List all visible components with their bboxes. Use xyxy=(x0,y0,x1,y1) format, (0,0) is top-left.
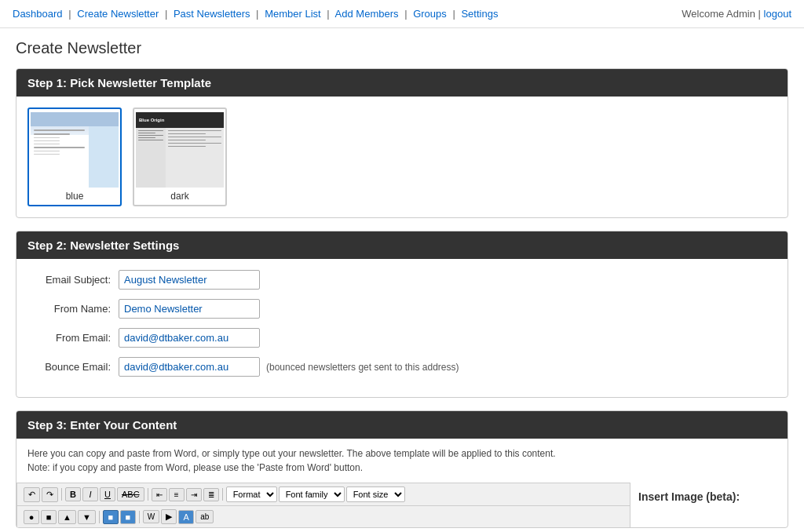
align-right-button[interactable]: ⇥ xyxy=(186,488,202,501)
template-blue-inner xyxy=(31,112,119,188)
nav-dashboard[interactable]: Dashboard xyxy=(13,8,63,20)
italic-button[interactable]: I xyxy=(82,487,98,501)
step2-block: Step 2: Newsletter Settings Email Subjec… xyxy=(16,231,788,398)
page-title: Create Newsletter xyxy=(16,39,788,57)
tpl-dark-header: Blue Origin xyxy=(136,112,224,128)
top-bar: Dashboard | Create Newsletter | Past New… xyxy=(0,0,804,28)
dm-line-3 xyxy=(168,137,221,137)
step3-note: Here you can copy and paste from Word, o… xyxy=(16,439,788,483)
toolbar-sep-4 xyxy=(99,511,100,523)
toolbar-btn-ab[interactable]: ab xyxy=(196,510,214,523)
step2-header: Step 2: Newsletter Settings xyxy=(16,231,788,259)
tpl-dark-title: Blue Origin xyxy=(139,118,164,122)
strikethrough-button[interactable]: ABC xyxy=(117,487,144,501)
toolbar-btn-1[interactable]: ● xyxy=(24,510,39,524)
settings-form: Email Subject: From Name: From Email: Bo… xyxy=(16,259,788,397)
font-size-select[interactable]: Font size xyxy=(346,486,405,502)
nav-sep-4: | xyxy=(327,8,329,20)
align-left-button[interactable]: ⇤ xyxy=(152,488,167,501)
editor-toolbar-row2: ● ■ ▲ ▼ ■ ■ W ▶ A ab xyxy=(16,505,630,527)
tpl-line-5 xyxy=(34,144,60,144)
tpl-line-6 xyxy=(34,147,85,148)
font-family-select[interactable]: Font family xyxy=(279,486,345,502)
d-line-4 xyxy=(138,137,155,138)
nav-sep-5: | xyxy=(404,8,407,20)
from-email-row: From Email: xyxy=(32,328,772,348)
template-blue-label: blue xyxy=(66,191,84,202)
nav-member-list[interactable]: Member List xyxy=(265,8,321,20)
nav-add-members[interactable]: Add Members xyxy=(335,8,399,20)
bounce-email-label: Bounce Email: xyxy=(32,361,119,373)
step3-note-line1: Here you can copy and paste from Word, o… xyxy=(27,446,777,461)
tpl-dark-sidebar-col xyxy=(136,128,166,188)
d-line-2 xyxy=(138,133,155,133)
d-line-3 xyxy=(138,135,163,136)
dm-line-2 xyxy=(168,133,206,134)
toolbar-sep-2 xyxy=(148,488,148,501)
tpl-line-7 xyxy=(34,151,60,151)
dm-line-5 xyxy=(168,143,221,144)
nav-create-newsletter[interactable]: Create Newsletter xyxy=(77,8,159,20)
from-name-label: From Name: xyxy=(32,303,119,315)
nav-sep-1: | xyxy=(68,8,71,20)
step1-block: Step 1: Pick Newsletter Template xyxy=(16,68,788,218)
welcome-area: Welcome Admin | logout xyxy=(682,8,791,20)
tpl-dark-body xyxy=(136,128,224,188)
email-subject-input[interactable] xyxy=(119,270,260,290)
align-justify-button[interactable]: ≣ xyxy=(203,488,219,501)
from-name-row: From Name: xyxy=(32,299,772,319)
toolbar-sep-3 xyxy=(222,488,223,501)
format-select[interactable]: Format xyxy=(226,486,277,502)
tpl-blue-header xyxy=(31,112,119,126)
email-subject-row: Email Subject: xyxy=(32,270,772,290)
template-blue[interactable]: blue xyxy=(27,107,122,206)
step3-header: Step 3: Enter Your Content xyxy=(16,411,788,439)
redo-button[interactable]: ↷ xyxy=(42,487,58,502)
nav-past-newsletters[interactable]: Past Newsletters xyxy=(174,8,250,20)
toolbar-btn-A[interactable]: A xyxy=(178,510,194,524)
d-line-5 xyxy=(138,140,163,140)
nav-settings[interactable]: Settings xyxy=(461,8,498,20)
toolbar-btn-blue2[interactable]: ■ xyxy=(120,510,136,524)
bounce-note: (bounced newsletters get sent to this ad… xyxy=(266,362,459,373)
d-line-1 xyxy=(138,130,163,131)
tpl-line-8 xyxy=(34,154,60,155)
logout-link[interactable]: logout xyxy=(764,8,791,20)
template-blue-preview xyxy=(31,112,119,188)
main-content: Create Newsletter Step 1: Pick Newslette… xyxy=(0,28,804,532)
undo-button[interactable]: ↶ xyxy=(24,487,40,502)
tpl-blue-main xyxy=(34,129,85,184)
template-dark[interactable]: Blue Origin xyxy=(133,107,227,206)
nav-groups[interactable]: Groups xyxy=(413,8,447,20)
toolbar-btn-4[interactable]: ▼ xyxy=(78,510,96,524)
align-center-button[interactable]: ≡ xyxy=(169,488,185,501)
toolbar-btn-3[interactable]: ▲ xyxy=(58,510,76,524)
editor-col: ↶ ↷ B I U ABC ⇤ ≡ ⇥ ≣ Format xyxy=(16,483,630,527)
toolbar-sep-1 xyxy=(61,488,62,501)
insert-image-box: Insert Image (beta): xyxy=(630,483,788,527)
bold-button[interactable]: B xyxy=(65,487,81,501)
bounce-email-input[interactable] xyxy=(119,357,260,377)
templates-container: blue Blue Origin xyxy=(16,97,788,217)
from-name-input[interactable] xyxy=(119,299,260,319)
template-dark-label: dark xyxy=(170,191,188,202)
step3-editor-area: ↶ ↷ B I U ABC ⇤ ≡ ⇥ ≣ Format xyxy=(16,483,788,527)
tpl-line-3 xyxy=(34,137,60,138)
tpl-line-4 xyxy=(34,140,60,141)
toolbar-btn-2[interactable]: ■ xyxy=(41,510,57,524)
email-subject-label: Email Subject: xyxy=(32,274,119,286)
underline-button[interactable]: U xyxy=(100,487,115,501)
toolbar-btn-word[interactable]: W xyxy=(143,510,159,523)
dm-line-1 xyxy=(168,130,221,131)
tpl-dark-main-col xyxy=(166,128,224,188)
tpl-line-1 xyxy=(34,129,85,131)
from-email-input[interactable] xyxy=(119,328,260,348)
toolbar-btn-blue1[interactable]: ■ xyxy=(103,510,119,524)
toolbar-btn-5[interactable]: ▶ xyxy=(161,509,177,524)
nav-sep-3: | xyxy=(256,8,258,20)
tpl-line-2 xyxy=(34,133,70,135)
from-email-label: From Email: xyxy=(32,332,119,344)
dm-line-6 xyxy=(168,146,206,147)
step3-block: Step 3: Enter Your Content Here you can … xyxy=(16,410,788,528)
bounce-email-row: Bounce Email: (bounced newsletters get s… xyxy=(32,357,772,377)
